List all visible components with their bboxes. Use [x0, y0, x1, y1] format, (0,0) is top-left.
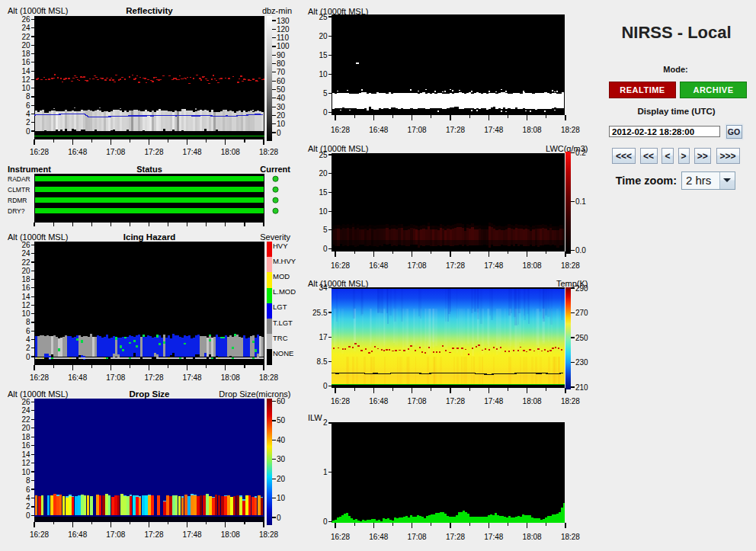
svg-text:18:28: 18:28 — [561, 533, 580, 541]
svg-text:HVY: HVY — [273, 242, 288, 250]
svg-text:17:28: 17:28 — [446, 261, 465, 270]
svg-text:70: 70 — [277, 68, 286, 76]
svg-text:Current: Current — [260, 165, 290, 174]
svg-text:0.0: 0.0 — [575, 246, 586, 255]
svg-text:T.LGT: T.LGT — [273, 319, 293, 327]
svg-text:17:28: 17:28 — [446, 397, 465, 405]
svg-text:20: 20 — [277, 111, 286, 120]
svg-text:17:28: 17:28 — [446, 533, 465, 541]
svg-text:40: 40 — [277, 436, 286, 444]
svg-text:16:28: 16:28 — [30, 530, 49, 539]
svg-text:8: 8 — [26, 92, 30, 101]
svg-text:17:08: 17:08 — [408, 126, 427, 134]
svg-text:18:28: 18:28 — [259, 148, 278, 156]
svg-text:17:08: 17:08 — [408, 533, 427, 541]
svg-text:0: 0 — [26, 353, 30, 361]
svg-text:8.5: 8.5 — [317, 357, 328, 366]
svg-text:14: 14 — [21, 293, 30, 301]
svg-text:20: 20 — [21, 41, 30, 50]
svg-text:NONE: NONE — [273, 349, 293, 357]
svg-text:60: 60 — [277, 77, 286, 85]
svg-text:TRC: TRC — [273, 334, 288, 342]
svg-text:16:48: 16:48 — [68, 530, 87, 539]
svg-text:100: 100 — [277, 42, 290, 50]
svg-text:0.1: 0.1 — [575, 197, 586, 206]
svg-text:Drop Size: Drop Size — [129, 389, 169, 399]
svg-text:80: 80 — [277, 59, 286, 68]
svg-text:20: 20 — [319, 169, 328, 178]
svg-text:10: 10 — [319, 207, 328, 216]
svg-text:17:08: 17:08 — [408, 397, 427, 405]
svg-text:Alt (1000ft MSL): Alt (1000ft MSL) — [8, 232, 68, 242]
svg-text:18:28: 18:28 — [259, 373, 278, 382]
svg-text:2: 2 — [26, 118, 30, 127]
svg-text:CLMTR: CLMTR — [8, 186, 30, 194]
svg-text:20: 20 — [21, 267, 30, 275]
svg-text:26: 26 — [21, 398, 30, 406]
svg-text:0: 0 — [323, 108, 328, 117]
svg-text:230: 230 — [575, 358, 588, 367]
svg-text:18:08: 18:08 — [221, 373, 240, 382]
svg-text:250: 250 — [575, 334, 588, 342]
svg-text:24: 24 — [21, 24, 30, 32]
svg-text:22: 22 — [21, 258, 30, 267]
svg-text:Alt (1000ft MSL): Alt (1000ft MSL) — [8, 389, 68, 399]
svg-text:17:48: 17:48 — [183, 148, 202, 156]
svg-text:25: 25 — [319, 13, 328, 21]
svg-text:18:08: 18:08 — [523, 397, 542, 405]
svg-text:130: 130 — [277, 17, 290, 25]
svg-text:22: 22 — [21, 415, 30, 424]
svg-text:16:48: 16:48 — [68, 373, 87, 382]
svg-text:L.MOD: L.MOD — [273, 287, 296, 296]
svg-text:60: 60 — [277, 397, 286, 405]
svg-text:18:08: 18:08 — [523, 126, 542, 134]
svg-text:6: 6 — [26, 101, 30, 110]
svg-text:16:48: 16:48 — [369, 261, 388, 270]
svg-text:16: 16 — [21, 284, 30, 292]
svg-text:M.HVY: M.HVY — [273, 257, 296, 265]
svg-text:0: 0 — [26, 511, 30, 520]
svg-text:18:28: 18:28 — [561, 126, 580, 134]
svg-text:17:48: 17:48 — [484, 126, 503, 134]
svg-text:22: 22 — [21, 33, 30, 41]
svg-text:4: 4 — [26, 110, 30, 118]
svg-text:MOD: MOD — [273, 272, 290, 280]
svg-text:18: 18 — [21, 275, 30, 284]
svg-text:DRY?: DRY? — [8, 207, 25, 215]
svg-text:2: 2 — [26, 502, 30, 511]
svg-text:Alt (1000ft MSL): Alt (1000ft MSL) — [308, 144, 368, 153]
svg-text:5: 5 — [323, 89, 328, 98]
svg-text:2: 2 — [323, 418, 328, 427]
svg-text:1: 1 — [323, 468, 328, 476]
svg-text:16:48: 16:48 — [369, 126, 388, 134]
svg-text:14: 14 — [21, 450, 30, 459]
svg-text:50: 50 — [277, 85, 286, 94]
svg-text:ILW: ILW — [308, 413, 322, 422]
svg-text:16:48: 16:48 — [369, 397, 388, 405]
svg-text:17:48: 17:48 — [484, 397, 503, 405]
svg-text:0.2: 0.2 — [575, 149, 586, 157]
svg-text:18: 18 — [21, 50, 30, 58]
svg-text:LGT: LGT — [273, 303, 287, 311]
svg-text:20: 20 — [277, 475, 286, 483]
svg-text:Icing Hazard: Icing Hazard — [123, 232, 175, 242]
svg-text:16:28: 16:28 — [331, 397, 350, 405]
svg-text:16:48: 16:48 — [68, 148, 87, 156]
svg-text:17:48: 17:48 — [484, 261, 503, 270]
svg-text:20: 20 — [319, 32, 328, 40]
svg-text:dbz-min: dbz-min — [262, 6, 292, 15]
svg-text:16:28: 16:28 — [30, 148, 49, 156]
svg-text:18:08: 18:08 — [221, 530, 240, 539]
svg-text:18:08: 18:08 — [523, 533, 542, 541]
svg-text:10: 10 — [319, 70, 328, 78]
svg-text:17:48: 17:48 — [183, 373, 202, 382]
svg-text:14: 14 — [21, 67, 30, 75]
svg-text:0: 0 — [277, 514, 281, 522]
svg-text:34: 34 — [319, 284, 328, 292]
svg-text:10: 10 — [277, 494, 286, 502]
svg-text:24: 24 — [21, 406, 30, 415]
svg-text:17:48: 17:48 — [484, 533, 503, 541]
svg-text:18:28: 18:28 — [561, 397, 580, 405]
svg-text:0: 0 — [277, 129, 281, 137]
svg-text:Alt (1000ft MSL): Alt (1000ft MSL) — [8, 6, 68, 15]
